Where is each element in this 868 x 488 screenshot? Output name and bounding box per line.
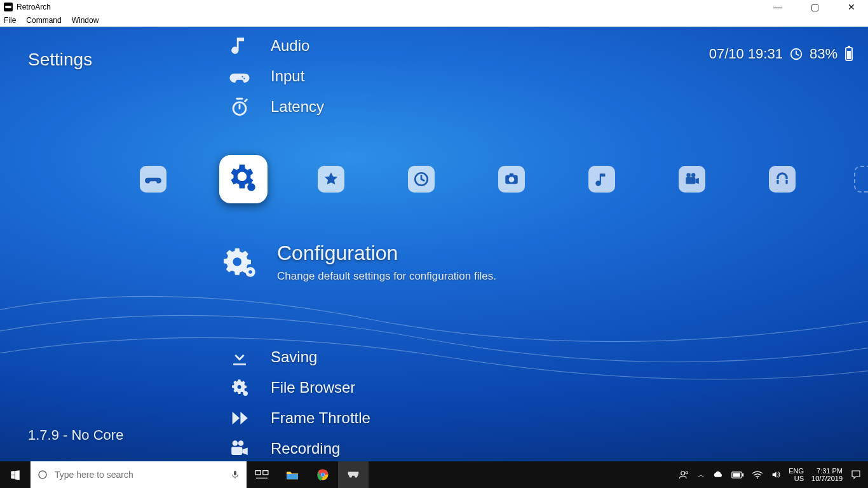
- window-title: RetroArch: [17, 3, 51, 11]
- action-center-icon[interactable]: [850, 469, 862, 480]
- images-icon: [503, 171, 520, 187]
- settings-list-below: Saving File Browser Frame Throttle Recor…: [229, 342, 391, 461]
- version-text: 1.7.9 - No Core: [28, 427, 123, 444]
- people-icon[interactable]: [679, 469, 690, 480]
- main-menu-icon: [145, 171, 161, 187]
- taskbar-search[interactable]: [31, 461, 247, 488]
- category-music[interactable]: [588, 166, 615, 193]
- svg-point-14: [248, 270, 252, 274]
- taskbar-app-retroarch[interactable]: [338, 461, 369, 488]
- search-input[interactable]: [55, 470, 224, 480]
- svg-point-20: [39, 471, 46, 478]
- svg-point-18: [238, 440, 244, 446]
- tray-language[interactable]: ENG US: [789, 467, 804, 482]
- category-main-menu[interactable]: [140, 166, 166, 193]
- status-top-right: 07/10 19:31 83%: [709, 46, 854, 62]
- fast-forward-icon: [229, 407, 250, 429]
- svg-rect-9: [510, 173, 514, 175]
- menu-window[interactable]: Window: [72, 16, 99, 25]
- section-title: Settings: [28, 50, 92, 70]
- videos-icon: [684, 171, 700, 187]
- settings-item-label: Latency: [271, 98, 324, 116]
- microphone-icon[interactable]: [230, 468, 240, 481]
- tray-battery-icon[interactable]: [731, 471, 744, 479]
- settings-item-label: Recording: [271, 440, 340, 458]
- svg-point-30: [686, 471, 688, 474]
- settings-item-input[interactable]: Input: [229, 61, 324, 92]
- netplay-icon: [774, 171, 790, 187]
- taskbar-app-chrome[interactable]: [308, 461, 338, 488]
- menu-command[interactable]: Command: [26, 16, 61, 25]
- windows-logo-icon: [10, 469, 21, 480]
- tray-chevron-up-icon[interactable]: ︿: [698, 470, 705, 480]
- clock-icon: [789, 47, 803, 61]
- settings-item-file-browser[interactable]: File Browser: [229, 372, 391, 403]
- music-icon: [593, 171, 610, 187]
- svg-rect-16: [231, 447, 242, 455]
- window-titlebar: RetroArch — ▢ ✕: [0, 0, 868, 14]
- retroarch-xmb: Settings 07/10 19:31 83% Audio Input Lat…: [0, 27, 868, 461]
- category-favorites[interactable]: [318, 166, 344, 193]
- category-bar: [0, 147, 868, 211]
- svg-rect-22: [255, 471, 261, 475]
- settings-list-above: Audio Input Latency: [229, 30, 324, 122]
- svg-rect-21: [234, 471, 236, 475]
- onedrive-icon[interactable]: [712, 470, 724, 479]
- window-minimize-button[interactable]: —: [765, 2, 790, 12]
- settings-item-recording[interactable]: Recording: [229, 433, 391, 461]
- settings-item-saving[interactable]: Saving: [229, 342, 391, 372]
- svg-rect-3: [847, 51, 851, 59]
- datetime-text: 07/10 19:31: [709, 46, 783, 62]
- settings-icon: [227, 163, 259, 195]
- stopwatch-icon: [229, 96, 250, 118]
- svg-point-11: [686, 173, 691, 177]
- settings-item-label: File Browser: [271, 379, 355, 396]
- volume-icon[interactable]: [771, 470, 781, 480]
- background-wave: [0, 262, 868, 402]
- category-netplay[interactable]: [769, 166, 796, 193]
- film-camera-icon: [229, 438, 250, 459]
- settings-item-audio[interactable]: Audio: [229, 30, 324, 61]
- settings-item-label: Input: [271, 67, 304, 85]
- category-images[interactable]: [498, 166, 525, 193]
- window-menubar: File Command Window: [0, 14, 868, 27]
- svg-point-15: [243, 391, 248, 396]
- retroarch-icon: [346, 470, 360, 479]
- svg-rect-10: [686, 177, 695, 184]
- tray-clock[interactable]: 7:31 PM 10/7/2019: [811, 467, 843, 482]
- chrome-icon: [316, 468, 329, 481]
- svg-rect-23: [263, 471, 268, 475]
- history-icon: [413, 171, 430, 187]
- start-button[interactable]: [0, 461, 31, 488]
- system-tray: ︿ ENG US 7:31 PM 10/7/2019: [672, 467, 868, 482]
- svg-point-12: [691, 173, 696, 177]
- gamepad-icon: [229, 65, 250, 87]
- battery-pct: 83%: [810, 46, 837, 62]
- settings-item-label: Frame Throttle: [271, 409, 370, 427]
- favorites-icon: [323, 171, 339, 187]
- settings-item-latency[interactable]: Latency: [229, 92, 324, 122]
- settings-item-label: Saving: [271, 348, 317, 366]
- settings-item-configuration[interactable]: Configuration Change default settings fo…: [224, 241, 496, 283]
- settings-item-label: Audio: [271, 37, 309, 55]
- svg-rect-33: [733, 473, 741, 477]
- window-close-button[interactable]: ✕: [839, 2, 864, 12]
- category-history[interactable]: [408, 166, 435, 193]
- wifi-icon[interactable]: [752, 470, 763, 479]
- window-maximize-button[interactable]: ▢: [802, 2, 827, 12]
- category-add[interactable]: [854, 166, 868, 193]
- task-view-button[interactable]: [247, 461, 277, 488]
- music-note-icon: [229, 35, 250, 57]
- menu-file[interactable]: File: [4, 16, 16, 25]
- download-icon: [229, 346, 250, 368]
- windows-taskbar: ︿ ENG US 7:31 PM 10/7/2019: [0, 461, 868, 488]
- taskbar-app-file-explorer[interactable]: [277, 461, 308, 488]
- cortana-icon: [37, 469, 48, 480]
- category-videos[interactable]: [679, 166, 705, 193]
- category-settings[interactable]: [219, 155, 268, 203]
- settings-item-frame-throttle[interactable]: Frame Throttle: [229, 403, 391, 433]
- svg-point-17: [233, 440, 238, 446]
- svg-point-34: [757, 477, 758, 478]
- gears-icon: [224, 245, 259, 281]
- svg-point-5: [247, 183, 255, 191]
